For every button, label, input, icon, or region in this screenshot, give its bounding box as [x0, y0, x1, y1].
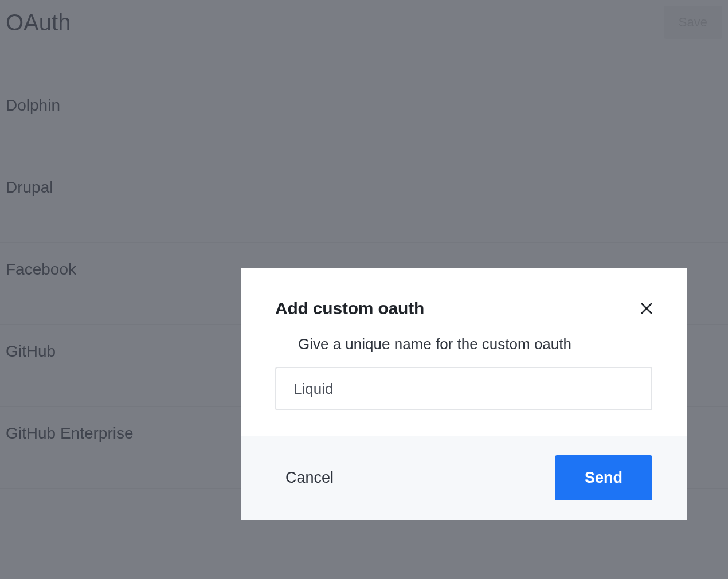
modal-instruction-label: Give a unique name for the custom oauth: [298, 335, 652, 353]
modal-body: Give a unique name for the custom oauth: [241, 335, 687, 436]
modal-header: Add custom oauth: [241, 268, 687, 335]
modal-footer: Cancel Send: [241, 436, 687, 520]
add-custom-oauth-modal: Add custom oauth Give a unique name for …: [241, 268, 687, 520]
close-icon[interactable]: [639, 300, 655, 316]
cancel-button[interactable]: Cancel: [285, 469, 334, 487]
custom-oauth-name-input[interactable]: [275, 367, 652, 410]
modal-title: Add custom oauth: [275, 299, 424, 318]
send-button[interactable]: Send: [555, 455, 652, 500]
